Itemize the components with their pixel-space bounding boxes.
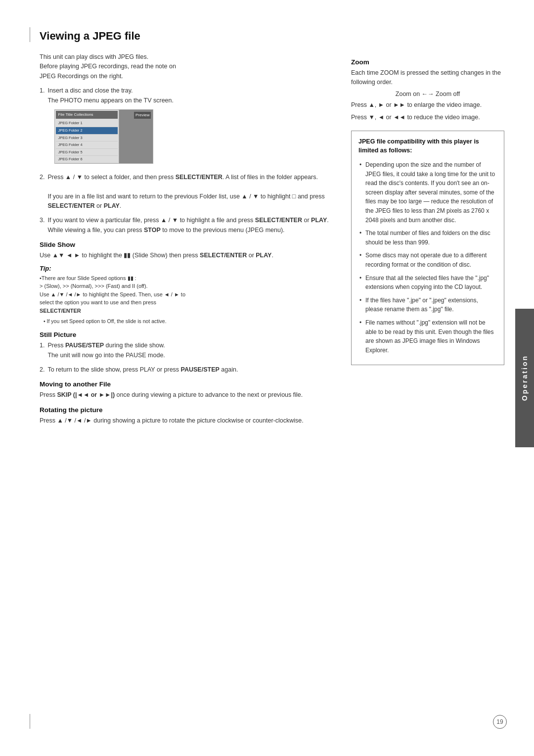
screenshot-row-6: JPEG Folder 6 bbox=[56, 156, 118, 163]
zoom-section: Zoom Each time ZOOM is pressed the setti… bbox=[351, 58, 504, 123]
step-2: 2. Press ▲ / ▼ to select a folder, and t… bbox=[40, 173, 333, 211]
screenshot-row-1: JPEG Folder 1 bbox=[56, 120, 118, 127]
tip-line3: Use ▲ /▼ /◄ /► to highlight the Speed. T… bbox=[40, 291, 185, 297]
intro-line2: Before playing JPEG recordings, read the… bbox=[40, 63, 176, 70]
preview-label: Preview bbox=[134, 112, 151, 119]
step-1-text: Insert a disc and close the tray. bbox=[47, 87, 133, 94]
still-step-1-num: 1. bbox=[40, 341, 44, 360]
tip-line2: > (Slow), >> (Normal), >>> (Fast) and II… bbox=[40, 283, 148, 289]
compat-box: JPEG file compatibility with this player… bbox=[351, 131, 504, 366]
page-title: Viewing a JPEG file bbox=[40, 30, 504, 43]
zoom-arrow-line: Zoom on ←→ Zoom off bbox=[351, 91, 504, 97]
still-step-1: 1. Press PAUSE/STEP during the slide sho… bbox=[40, 341, 333, 360]
compat-bullet-2: The total number of files and folders on… bbox=[358, 229, 497, 247]
left-column: This unit can play discs with JPEG files… bbox=[40, 52, 333, 428]
step-1-sub: The PHOTO menu appears on the TV screen. bbox=[47, 97, 174, 104]
tip-select-enter: SELECT/ENTER bbox=[40, 308, 81, 314]
step-2-content: Press ▲ / ▼ to select a folder, and then… bbox=[47, 173, 333, 211]
screenshot-row-2: JPEG Folder 2 bbox=[56, 127, 118, 135]
screenshot-left: File Title Collections JPEG Folder 1 JPE… bbox=[55, 110, 119, 163]
tip-line1: •There are four Slide Speed options ▮▮ : bbox=[40, 275, 136, 281]
compat-bullet-3: Some discs may not operate due to a diff… bbox=[358, 251, 497, 269]
still-step-1-content: Press PAUSE/STEP during the slide show. … bbox=[47, 341, 333, 360]
step-3: 3. If you want to view a particular file… bbox=[40, 216, 333, 235]
rotating-body: Press ▲ /▼ /◄ /► during showing a pictur… bbox=[40, 416, 333, 425]
tip-heading: Tip: bbox=[40, 265, 333, 272]
compat-bullet-5: If the files have ".jpe" or ".jpeg" exte… bbox=[358, 296, 497, 314]
step-1-num: 1. bbox=[40, 86, 44, 168]
margin-line-top bbox=[30, 27, 30, 42]
step-1: 1. Insert a disc and close the tray. The… bbox=[40, 86, 333, 168]
screenshot-row-5: JPEG Folder 5 bbox=[56, 149, 118, 156]
slide-show-body: Use ▲▼ ◄ ► to highlight the ▮▮ (Slide Sh… bbox=[40, 251, 333, 260]
margin-line-bottom bbox=[30, 714, 30, 729]
screenshot-header: File Title Collections bbox=[56, 111, 118, 119]
step-1-content: Insert a disc and close the tray. The PH… bbox=[47, 86, 333, 168]
step-3-content: If you want to view a particular file, p… bbox=[47, 216, 333, 235]
rotating-heading: Rotating the picture bbox=[40, 406, 333, 414]
compat-bullet-1: Depending upon the size and the number o… bbox=[358, 160, 497, 225]
content-area: This unit can play discs with JPEG files… bbox=[40, 52, 504, 428]
page-number: 19 bbox=[493, 715, 507, 729]
intro-text: This unit can play discs with JPEG files… bbox=[40, 52, 333, 81]
screenshot-row-4: JPEG Folder 4 bbox=[56, 142, 118, 149]
zoom-press2: Press ▼, ◄ or ◄◄ to reduce the video ima… bbox=[351, 113, 504, 122]
tip-note: • If you set Speed option to Off, the sl… bbox=[44, 318, 333, 325]
intro-line1: This unit can play discs with JPEG files… bbox=[40, 53, 148, 60]
compat-heading: JPEG file compatibility with this player… bbox=[358, 137, 497, 156]
moving-file-body: Press SKIP (|◄◄ or ►►|) once during view… bbox=[40, 390, 333, 400]
still-step-2-num: 2. bbox=[40, 365, 44, 375]
zoom-heading: Zoom bbox=[351, 58, 504, 66]
intro-line3: JPEG Recordings on the right. bbox=[40, 73, 123, 80]
zoom-press1: Press ▲, ► or ►► to enlarge the video im… bbox=[351, 100, 504, 110]
right-column: Zoom Each time ZOOM is pressed the setti… bbox=[351, 52, 504, 428]
compat-bullet-4: Ensure that all the selected files have … bbox=[358, 274, 497, 292]
slide-show-heading: Slide Show bbox=[40, 241, 333, 248]
compat-bullet-list: Depending upon the size and the number o… bbox=[358, 160, 497, 355]
zoom-intro: Each time ZOOM is pressed the setting ch… bbox=[351, 68, 504, 88]
side-tab: Operation bbox=[515, 309, 534, 447]
screenshot-mock: File Title Collections JPEG Folder 1 JPE… bbox=[54, 109, 153, 164]
page-container: Operation 19 Viewing a JPEG file This un… bbox=[0, 0, 534, 756]
screenshot-right: Preview bbox=[119, 110, 153, 163]
step-2-num: 2. bbox=[40, 173, 44, 211]
compat-bullet-6: File names without ".jpg" extension will… bbox=[358, 318, 497, 355]
still-picture-heading: Still Picture bbox=[40, 331, 333, 338]
still-step-2: 2. To return to the slide show, press PL… bbox=[40, 365, 333, 375]
moving-file-heading: Moving to another File bbox=[40, 380, 333, 388]
still-step-2-content: To return to the slide show, press PLAY … bbox=[47, 365, 333, 375]
screenshot-row-7: JPEG Folder 7 bbox=[56, 163, 118, 164]
tip-line4: select the option you want to use and th… bbox=[40, 299, 156, 305]
screenshot-row-3: JPEG Folder 3 bbox=[56, 135, 118, 142]
tip-content: •There are four Slide Speed options ▮▮ :… bbox=[40, 274, 333, 315]
step-3-num: 3. bbox=[40, 216, 44, 235]
side-tab-label: Operation bbox=[521, 355, 529, 401]
